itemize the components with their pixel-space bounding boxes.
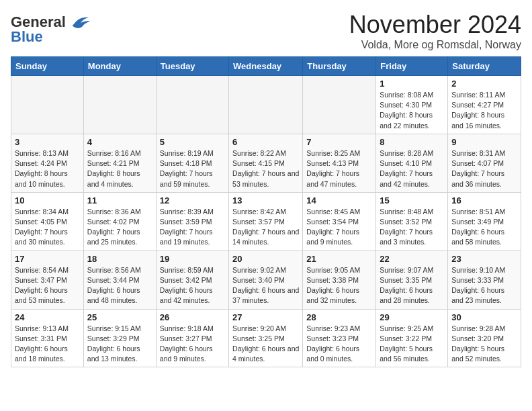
day-info: Sunrise: 9:23 AMSunset: 3:23 PMDaylight:… bbox=[306, 324, 372, 365]
week-row-3: 10Sunrise: 8:34 AMSunset: 4:05 PMDayligh… bbox=[11, 192, 521, 250]
day-info: Sunrise: 8:51 AMSunset: 3:49 PMDaylight:… bbox=[451, 207, 517, 248]
calendar-cell-empty bbox=[156, 76, 228, 134]
day-info: Sunrise: 8:22 AMSunset: 4:15 PMDaylight:… bbox=[232, 148, 299, 189]
day-number: 25 bbox=[87, 312, 152, 322]
column-header-tuesday: Tuesday bbox=[156, 57, 228, 76]
calendar-cell-9: 9Sunrise: 8:31 AMSunset: 4:07 PMDaylight… bbox=[448, 134, 521, 192]
day-info: Sunrise: 9:15 AMSunset: 3:29 PMDaylight:… bbox=[87, 324, 152, 365]
calendar-cell-3: 3Sunrise: 8:13 AMSunset: 4:24 PMDaylight… bbox=[11, 134, 84, 192]
day-number: 19 bbox=[160, 254, 225, 264]
day-info: Sunrise: 8:31 AMSunset: 4:07 PMDaylight:… bbox=[451, 148, 517, 189]
day-number: 9 bbox=[451, 137, 517, 147]
day-number: 16 bbox=[451, 195, 517, 205]
calendar-cell-1: 1Sunrise: 8:08 AMSunset: 4:30 PMDaylight… bbox=[376, 76, 448, 134]
calendar-cell-13: 13Sunrise: 8:42 AMSunset: 3:57 PMDayligh… bbox=[229, 192, 303, 250]
calendar-header-row: SundayMondayTuesdayWednesdayThursdayFrid… bbox=[11, 57, 521, 76]
calendar-cell-5: 5Sunrise: 8:19 AMSunset: 4:18 PMDaylight… bbox=[156, 134, 228, 192]
calendar-cell-empty bbox=[83, 76, 156, 134]
calendar-cell-25: 25Sunrise: 9:15 AMSunset: 3:29 PMDayligh… bbox=[83, 309, 156, 367]
day-number: 22 bbox=[380, 254, 444, 264]
logo-bird-icon bbox=[69, 15, 90, 30]
title-area: November 2024 Volda, More og Romsdal, No… bbox=[349, 11, 521, 51]
day-number: 13 bbox=[232, 195, 299, 205]
day-info: Sunrise: 8:13 AMSunset: 4:24 PMDaylight:… bbox=[15, 148, 80, 189]
day-number: 3 bbox=[15, 137, 80, 147]
day-info: Sunrise: 8:56 AMSunset: 3:44 PMDaylight:… bbox=[87, 265, 152, 306]
calendar-cell-10: 10Sunrise: 8:34 AMSunset: 4:05 PMDayligh… bbox=[11, 192, 84, 250]
day-number: 18 bbox=[87, 254, 152, 264]
day-info: Sunrise: 9:20 AMSunset: 3:25 PMDaylight:… bbox=[232, 324, 299, 365]
day-info: Sunrise: 8:08 AMSunset: 4:30 PMDaylight:… bbox=[380, 90, 444, 131]
day-info: Sunrise: 8:48 AMSunset: 3:52 PMDaylight:… bbox=[380, 207, 444, 248]
column-header-monday: Monday bbox=[83, 57, 156, 76]
day-number: 21 bbox=[306, 254, 372, 264]
day-number: 7 bbox=[306, 137, 372, 147]
day-info: Sunrise: 9:02 AMSunset: 3:40 PMDaylight:… bbox=[232, 265, 299, 306]
day-info: Sunrise: 8:39 AMSunset: 3:59 PMDaylight:… bbox=[160, 207, 225, 248]
calendar-cell-empty bbox=[229, 76, 303, 134]
day-number: 12 bbox=[160, 195, 225, 205]
day-info: Sunrise: 8:45 AMSunset: 3:54 PMDaylight:… bbox=[306, 207, 372, 248]
calendar-cell-16: 16Sunrise: 8:51 AMSunset: 3:49 PMDayligh… bbox=[448, 192, 521, 250]
day-info: Sunrise: 9:07 AMSunset: 3:35 PMDaylight:… bbox=[380, 265, 444, 306]
calendar-cell-2: 2Sunrise: 8:11 AMSunset: 4:27 PMDaylight… bbox=[448, 76, 521, 134]
day-info: Sunrise: 8:28 AMSunset: 4:10 PMDaylight:… bbox=[380, 148, 444, 189]
day-number: 28 bbox=[306, 312, 372, 322]
calendar-cell-22: 22Sunrise: 9:07 AMSunset: 3:35 PMDayligh… bbox=[376, 250, 448, 309]
column-header-thursday: Thursday bbox=[303, 57, 376, 76]
month-title: November 2024 bbox=[349, 11, 521, 39]
calendar-cell-6: 6Sunrise: 8:22 AMSunset: 4:15 PMDaylight… bbox=[229, 134, 303, 192]
calendar-cell-17: 17Sunrise: 8:54 AMSunset: 3:47 PMDayligh… bbox=[11, 250, 84, 309]
day-number: 8 bbox=[380, 137, 444, 147]
week-row-4: 17Sunrise: 8:54 AMSunset: 3:47 PMDayligh… bbox=[11, 250, 521, 309]
location-subtitle: Volda, More og Romsdal, Norway bbox=[349, 39, 521, 51]
day-info: Sunrise: 8:11 AMSunset: 4:27 PMDaylight:… bbox=[451, 90, 517, 131]
day-info: Sunrise: 9:28 AMSunset: 3:20 PMDaylight:… bbox=[451, 324, 517, 365]
calendar-cell-4: 4Sunrise: 8:16 AMSunset: 4:21 PMDaylight… bbox=[83, 134, 156, 192]
day-number: 15 bbox=[380, 195, 444, 205]
calendar-cell-24: 24Sunrise: 9:13 AMSunset: 3:31 PMDayligh… bbox=[11, 309, 84, 367]
calendar-cell-20: 20Sunrise: 9:02 AMSunset: 3:40 PMDayligh… bbox=[229, 250, 303, 309]
day-info: Sunrise: 8:42 AMSunset: 3:57 PMDaylight:… bbox=[232, 207, 299, 248]
day-info: Sunrise: 8:19 AMSunset: 4:18 PMDaylight:… bbox=[160, 148, 225, 189]
calendar-cell-14: 14Sunrise: 8:45 AMSunset: 3:54 PMDayligh… bbox=[303, 192, 376, 250]
day-info: Sunrise: 9:05 AMSunset: 3:38 PMDaylight:… bbox=[306, 265, 372, 306]
logo: General Blue bbox=[11, 13, 90, 46]
calendar-cell-23: 23Sunrise: 9:10 AMSunset: 3:33 PMDayligh… bbox=[448, 250, 521, 309]
day-number: 26 bbox=[160, 312, 225, 322]
day-number: 14 bbox=[306, 195, 372, 205]
day-info: Sunrise: 9:25 AMSunset: 3:22 PMDaylight:… bbox=[380, 324, 444, 365]
day-number: 4 bbox=[87, 137, 152, 147]
week-row-5: 24Sunrise: 9:13 AMSunset: 3:31 PMDayligh… bbox=[11, 309, 521, 367]
day-number: 24 bbox=[15, 312, 80, 322]
calendar-cell-19: 19Sunrise: 8:59 AMSunset: 3:42 PMDayligh… bbox=[156, 250, 228, 309]
calendar-cell-27: 27Sunrise: 9:20 AMSunset: 3:25 PMDayligh… bbox=[229, 309, 303, 367]
day-info: Sunrise: 8:36 AMSunset: 4:02 PMDaylight:… bbox=[87, 207, 152, 248]
day-info: Sunrise: 8:54 AMSunset: 3:47 PMDaylight:… bbox=[15, 265, 80, 306]
day-number: 1 bbox=[380, 79, 444, 89]
day-info: Sunrise: 8:34 AMSunset: 4:05 PMDaylight:… bbox=[15, 207, 80, 248]
day-info: Sunrise: 8:59 AMSunset: 3:42 PMDaylight:… bbox=[160, 265, 225, 306]
calendar-cell-empty bbox=[303, 76, 376, 134]
day-number: 5 bbox=[160, 137, 225, 147]
day-number: 10 bbox=[15, 195, 80, 205]
day-number: 17 bbox=[15, 254, 80, 264]
week-row-2: 3Sunrise: 8:13 AMSunset: 4:24 PMDaylight… bbox=[11, 134, 521, 192]
calendar-cell-11: 11Sunrise: 8:36 AMSunset: 4:02 PMDayligh… bbox=[83, 192, 156, 250]
day-info: Sunrise: 9:10 AMSunset: 3:33 PMDaylight:… bbox=[451, 265, 517, 306]
day-number: 27 bbox=[232, 312, 299, 322]
calendar-cell-28: 28Sunrise: 9:23 AMSunset: 3:23 PMDayligh… bbox=[303, 309, 376, 367]
day-info: Sunrise: 8:25 AMSunset: 4:13 PMDaylight:… bbox=[306, 148, 372, 189]
column-header-sunday: Sunday bbox=[11, 57, 84, 76]
day-number: 2 bbox=[451, 79, 517, 89]
logo-blue-text: Blue bbox=[11, 28, 43, 46]
calendar-cell-15: 15Sunrise: 8:48 AMSunset: 3:52 PMDayligh… bbox=[376, 192, 448, 250]
week-row-1: 1Sunrise: 8:08 AMSunset: 4:30 PMDaylight… bbox=[11, 76, 521, 134]
calendar-cell-26: 26Sunrise: 9:18 AMSunset: 3:27 PMDayligh… bbox=[156, 309, 228, 367]
day-info: Sunrise: 9:13 AMSunset: 3:31 PMDaylight:… bbox=[15, 324, 80, 365]
day-number: 11 bbox=[87, 195, 152, 205]
column-header-friday: Friday bbox=[376, 57, 448, 76]
day-number: 20 bbox=[232, 254, 299, 264]
day-number: 23 bbox=[451, 254, 517, 264]
column-header-saturday: Saturday bbox=[448, 57, 521, 76]
